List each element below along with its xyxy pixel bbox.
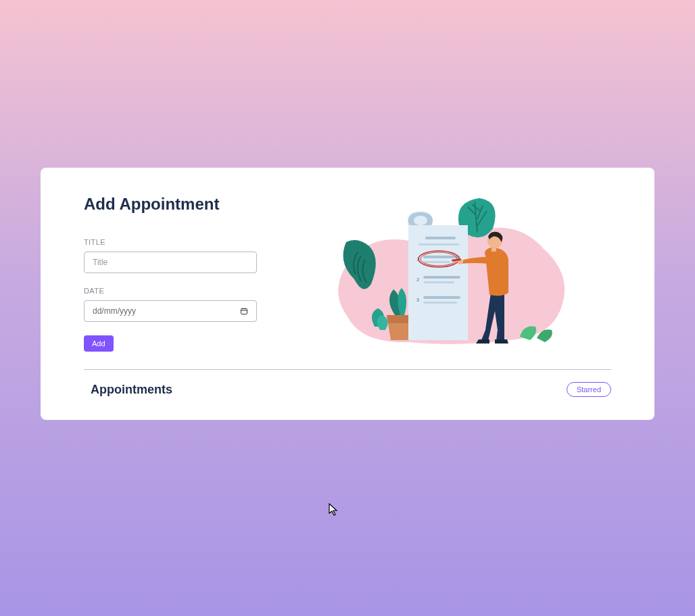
svg-rect-0 [241,309,247,314]
starred-filter-button[interactable]: Starred [567,382,611,397]
date-input[interactable]: dd/mm/yyyy [84,300,257,322]
add-button[interactable]: Add [84,335,114,352]
title-input[interactable] [84,252,257,273]
top-row: Add Appointment TITLE DATE dd/mm/yyyy Ad… [84,195,611,357]
svg-text:3: 3 [416,297,420,303]
illustration: 1 2 3 [287,195,611,357]
svg-rect-16 [423,281,454,283]
illustration-svg: 1 2 3 [320,195,577,357]
svg-rect-23 [492,246,496,252]
date-label: DATE [84,287,260,295]
svg-rect-8 [418,243,459,245]
title-label: TITLE [84,238,260,246]
svg-rect-18 [423,296,460,299]
page-title: Add Appointment [84,195,260,214]
date-input-wrapper: dd/mm/yyyy [84,300,257,322]
svg-rect-15 [423,276,460,279]
form-section: Add Appointment TITLE DATE dd/mm/yyyy Ad… [84,195,260,357]
separator [84,369,611,370]
main-card: Add Appointment TITLE DATE dd/mm/yyyy Ad… [41,168,654,420]
appointments-header-row: Appointments Starred [84,382,611,397]
svg-rect-11 [423,261,450,263]
appointments-heading: Appointments [84,383,172,397]
svg-point-5 [414,216,427,225]
svg-rect-19 [423,302,457,304]
svg-text:2: 2 [416,277,420,283]
date-placeholder-text: dd/mm/yyyy [93,306,136,316]
svg-rect-7 [425,237,456,239]
calendar-icon [240,307,248,315]
cursor-icon [329,503,339,517]
